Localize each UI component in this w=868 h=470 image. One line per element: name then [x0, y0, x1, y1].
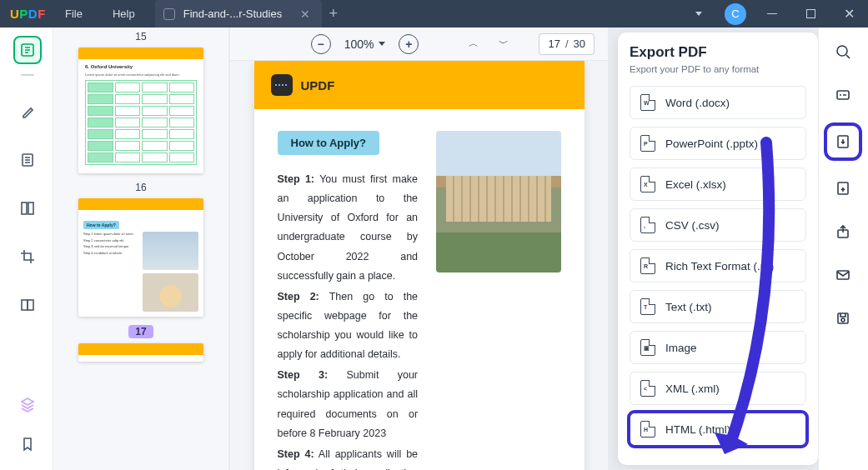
thumb-page-18[interactable]: [78, 343, 203, 362]
minimize-icon: [767, 13, 777, 15]
tool-organize[interactable]: [15, 196, 40, 221]
tab-close-icon[interactable]: ✕: [297, 8, 314, 21]
export-excel[interactable]: XExcel (.xlsx): [630, 168, 806, 201]
step-4: Step 4: All applicants will be informed …: [278, 445, 419, 470]
total-pages: 30: [574, 38, 585, 50]
tool-edit[interactable]: [15, 148, 40, 172]
export-html[interactable]: HHTML (.html): [630, 412, 806, 446]
prev-page-button[interactable]: ︿: [464, 37, 484, 51]
reader-icon: [19, 42, 36, 58]
xml-file-icon: <: [640, 380, 655, 397]
export-word[interactable]: WWord (.docx): [630, 86, 806, 119]
thumb-pagenum-15: 15: [135, 31, 146, 42]
next-page-button[interactable]: ﹀: [494, 37, 514, 51]
tool-save[interactable]: [830, 306, 855, 331]
form-icon: [19, 200, 36, 217]
chevron-down-icon: [379, 42, 385, 46]
tool-compare[interactable]: [15, 292, 40, 318]
compare-icon: [19, 297, 36, 313]
chevron-up-icon: ︿: [469, 38, 479, 49]
zoom-in-button[interactable]: +: [399, 34, 419, 54]
convert-icon: [835, 180, 851, 197]
svg-rect-4: [22, 300, 28, 310]
window-close[interactable]: ✕: [830, 0, 868, 28]
crop-icon: [19, 248, 36, 265]
tool-export[interactable]: [830, 129, 855, 154]
zoom-out-button[interactable]: −: [311, 34, 331, 54]
titlebar: UPDF File Help Find-and-...r-Studies ✕ +…: [0, 0, 868, 28]
brand-text: UPDF: [301, 78, 335, 92]
page-panel-icon: [19, 152, 36, 168]
text-file-icon: T: [640, 298, 655, 315]
updf-logo-icon: [271, 74, 293, 96]
rtf-file-icon: R: [640, 258, 655, 274]
svg-rect-11: [837, 271, 849, 279]
window-minimize[interactable]: [753, 0, 791, 28]
share-icon: [835, 223, 851, 240]
thumb-page-16[interactable]: 6. Oxford University Lorem ipsum dolor s…: [78, 48, 203, 173]
tool-comment[interactable]: [15, 99, 40, 124]
svg-point-6: [837, 46, 847, 56]
word-file-icon: W: [640, 94, 655, 111]
export-powerpoint[interactable]: PPowerPoint (.pptx): [630, 127, 806, 160]
export-rtf[interactable]: RRich Text Format (.rtf): [630, 249, 806, 282]
csv-file-icon: ,: [640, 217, 655, 233]
tool-mail[interactable]: [830, 262, 855, 288]
bookmark-icon: [19, 436, 36, 452]
thumb-pagenum-17: 17: [128, 325, 153, 338]
document-tab[interactable]: Find-and-...r-Studies ✕: [155, 0, 322, 28]
document-scroll[interactable]: UPDF How to Apply? Step 1: You must firs…: [230, 61, 608, 470]
export-csv[interactable]: ,CSV (.csv): [630, 208, 806, 242]
export-icon: [835, 133, 851, 150]
tab-label: Find-and-...r-Studies: [183, 8, 297, 20]
tool-share[interactable]: [830, 219, 855, 244]
excel-file-icon: X: [640, 176, 655, 192]
menu-file[interactable]: File: [50, 8, 98, 20]
tool-layers[interactable]: [15, 392, 40, 417]
thumb16-title: 6. Oxford University: [85, 64, 197, 69]
svg-rect-2: [22, 202, 27, 214]
rail-separator: [21, 74, 34, 76]
chevron-down-icon: ﹀: [499, 38, 509, 49]
main-area: 15 6. Oxford University Lorem ipsum dolo…: [2, 28, 866, 470]
user-avatar[interactable]: C: [725, 3, 746, 25]
tool-crop[interactable]: [15, 244, 40, 269]
export-image[interactable]: ▣Image: [630, 331, 806, 364]
chevron-down-icon: [695, 12, 702, 16]
tool-ocr[interactable]: [830, 82, 855, 108]
image-file-icon: ▣: [640, 339, 655, 356]
tool-bookmark[interactable]: [15, 432, 40, 457]
window-maximize[interactable]: [791, 0, 830, 28]
new-tab-button[interactable]: +: [322, 5, 345, 22]
html-file-icon: H: [640, 421, 655, 438]
page-photo-building: [436, 131, 560, 272]
page-header: UPDF: [254, 61, 585, 109]
thumb-page-17[interactable]: How to Apply? Step 1 lorem ipsum dolor s…: [78, 198, 203, 317]
document-viewer: − 100% + ︿ ﹀ 17 / 30 UPDF: [230, 28, 608, 470]
page-indicator[interactable]: 17 / 30: [539, 33, 595, 55]
export-subtitle: Export your PDF to any format: [630, 64, 806, 74]
export-xml[interactable]: <XML (.xml): [630, 372, 806, 405]
step-3: Step 3: Submit your scholarship applicat…: [278, 366, 419, 443]
tool-convert[interactable]: [830, 176, 855, 201]
zoom-level[interactable]: 100%: [341, 38, 389, 51]
pdf-page-17: UPDF How to Apply? Step 1: You must firs…: [254, 61, 585, 470]
export-text[interactable]: TText (.txt): [630, 290, 806, 323]
marker-icon: [19, 103, 36, 120]
minus-icon: −: [318, 38, 324, 51]
menu-help[interactable]: Help: [98, 8, 150, 20]
step-2: Step 2: Then go to the specific webpage …: [278, 288, 419, 365]
titlebar-dropdown[interactable]: [680, 0, 718, 28]
thumbnail-panel[interactable]: 15 6. Oxford University Lorem ipsum dolo…: [53, 28, 228, 470]
tab-doc-icon: [163, 8, 175, 20]
close-icon: ✕: [844, 8, 855, 21]
step-1: Step 1: You must first make an applicati…: [278, 170, 419, 286]
tool-reader[interactable]: [15, 38, 40, 62]
maximize-icon: [806, 9, 815, 18]
tool-search[interactable]: [830, 39, 855, 64]
export-title: Export PDF: [630, 44, 806, 61]
how-to-apply-heading: How to Apply?: [278, 131, 380, 155]
svg-rect-5: [28, 300, 33, 310]
ocr-icon: [835, 87, 851, 103]
layers-icon: [19, 396, 36, 412]
